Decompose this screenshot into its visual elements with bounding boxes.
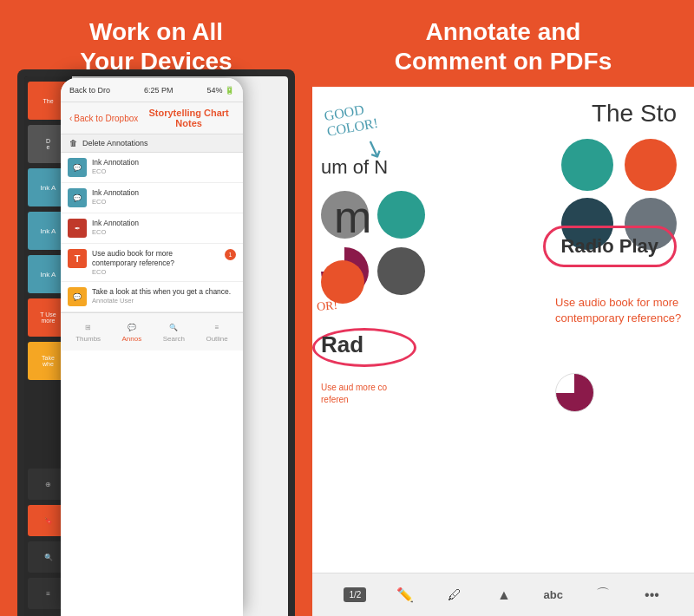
ink-icon-2: 💬: [68, 188, 87, 207]
pdf-preview: GOODCOLOR! ↘ um of N The Sto m: [312, 87, 694, 616]
annotation-list: 💬 Ink Annotation ECO 💬 Ink Annotation EC…: [61, 153, 243, 312]
phone-status-bar: Back to Dro 6:25 PM 54% 🔋: [61, 78, 243, 102]
pencil-icon: ✏️: [395, 585, 416, 606]
tab-search-label: Search: [163, 335, 185, 343]
use-audio-partial: Use aud more co referen: [321, 382, 408, 406]
phone-mockup: Back to Dro 6:25 PM 54% 🔋 ‹ Back to Drop…: [61, 78, 243, 616]
right-panel-title: Annotate and Comment on PDFs: [377, 0, 629, 75]
text-icon-4: T: [68, 249, 87, 268]
radio-play-box: Radio Play: [543, 226, 677, 267]
back-to-dropbox-small: Back to Dro: [69, 86, 110, 95]
phone-tab-bar: ⊞ Thumbs 💬 Annos 🔍 Search ≡ Outline: [61, 312, 243, 351]
list-item[interactable]: T Use audio book for more contemporary r…: [61, 244, 243, 282]
tab-thumbs-label: Thumbs: [75, 335, 101, 343]
pen-icon: 🖊: [444, 585, 465, 606]
pie-small: [555, 373, 594, 412]
pdf-doc-title: The Sto: [592, 100, 677, 128]
orange-circle-pdf: [321, 260, 364, 304]
circle-dark-gray-left: [377, 247, 425, 295]
annotation-sub-5: Annotate User: [92, 297, 231, 305]
phone-screen-title: Storytelling Chart Notes: [143, 108, 234, 128]
left-panel-title: Work on All Your Devices: [62, 0, 249, 75]
toolbar-pen-btn[interactable]: 🖊: [444, 585, 465, 606]
annotation-sub-2: ECO: [92, 198, 139, 206]
draw-icon: ⌒: [593, 585, 613, 606]
tab-annos[interactable]: 💬 Annos: [122, 321, 142, 343]
toolbar-text-btn[interactable]: abc: [543, 585, 564, 606]
phone-time: 6:25 PM: [144, 86, 174, 95]
annotation-label-5: Take a look at this when you get a chanc…: [92, 287, 231, 297]
tab-annos-label: Annos: [122, 335, 142, 343]
circle-teal: [561, 139, 613, 191]
phone-header: ‹ Back to Dropbox Storytelling Chart Not…: [61, 102, 243, 134]
list-item[interactable]: 💬 Ink Annotation ECO: [61, 153, 243, 183]
comment-bubble: Use audio book for more contemporary ref…: [555, 295, 685, 326]
text-icon: abc: [543, 585, 564, 606]
annotation-badge-4: 1: [225, 249, 236, 260]
list-item[interactable]: ✒ Ink Annotation ECO: [61, 213, 243, 244]
toolbar-highlight-btn[interactable]: ▲: [494, 585, 514, 606]
pdf-toolbar: 1/2 ✏️ 🖊 ▲ abc ⌒ •••: [312, 573, 694, 616]
partial-text-um: um of N: [321, 156, 388, 179]
thumbs-icon: ⊞: [81, 321, 96, 333]
circle-orange: [625, 139, 677, 191]
comment-icon-5: 💬: [68, 287, 87, 306]
annotation-label-1: Ink Annotation: [92, 158, 139, 167]
toolbar-more-btn[interactable]: •••: [641, 585, 662, 606]
annos-icon: 💬: [124, 321, 140, 333]
toolbar-page-indicator: 1/2: [344, 587, 366, 602]
list-item[interactable]: 💬 Ink Annotation ECO: [61, 183, 243, 213]
back-button[interactable]: ‹ Back to Dropbox: [69, 114, 138, 123]
highlight-icon: ▲: [494, 585, 514, 606]
delete-label: Delete Annotations: [82, 139, 148, 147]
more-icon: •••: [641, 585, 662, 606]
search-icon: 🔍: [166, 321, 181, 333]
annotation-sub-1: ECO: [92, 167, 139, 175]
tab-outline-label: Outline: [206, 335, 227, 343]
tab-outline[interactable]: ≡ Outline: [206, 321, 227, 343]
toolbar-pencil-btn[interactable]: ✏️: [395, 585, 416, 606]
annotation-sub-3: ECO: [92, 228, 139, 236]
list-item[interactable]: 💬 Take a look at this when you get a cha…: [61, 282, 243, 312]
rad-partial-text: Rad: [321, 331, 363, 358]
circle-teal-left: [377, 191, 425, 239]
phone-battery: 54% 🔋: [206, 86, 234, 95]
annotation-label-2: Ink Annotation: [92, 188, 139, 198]
outline-icon: ≡: [209, 321, 225, 333]
toolbar-draw-btn[interactable]: ⌒: [593, 585, 613, 606]
or-handwritten: OR!: [316, 298, 337, 314]
large-m-text: m: [334, 191, 371, 243]
trash-icon: 🗑: [69, 139, 77, 147]
ink-icon-3: ✒: [68, 219, 87, 238]
tab-thumbs[interactable]: ⊞ Thumbs: [75, 321, 101, 343]
annotation-label-3: Ink Annotation: [92, 219, 139, 228]
annotation-label-4: Use audio book for more contemporary ref…: [92, 249, 219, 268]
annotation-sub-4: ECO: [92, 268, 219, 276]
left-panel: Work on All Your Devices The De Ink A In…: [0, 0, 312, 616]
right-panel: Annotate and Comment on PDFs GOODCOLOR! …: [312, 0, 694, 616]
ink-icon-1: 💬: [68, 158, 87, 177]
delete-bar[interactable]: 🗑 Delete Annotations: [61, 134, 243, 153]
tab-search[interactable]: 🔍 Search: [163, 321, 185, 343]
page-number: 1/2: [344, 587, 366, 602]
